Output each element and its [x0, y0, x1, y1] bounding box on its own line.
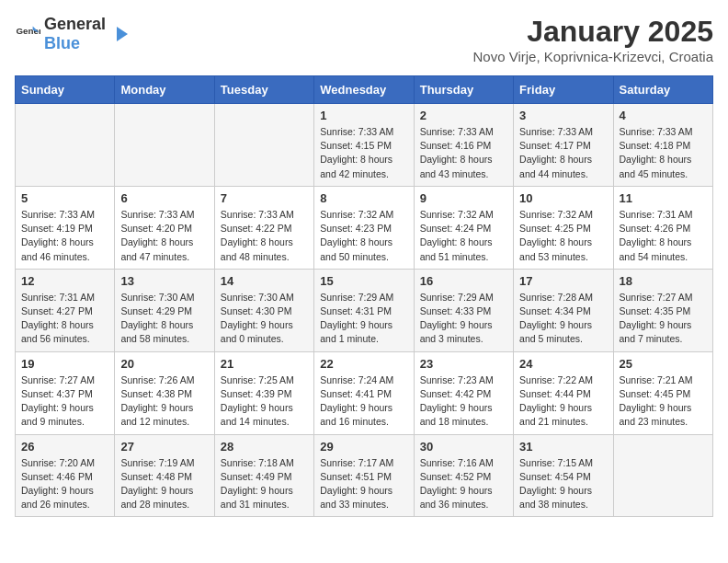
- calendar-cell: 23Sunrise: 7:23 AM Sunset: 4:42 PM Dayli…: [414, 351, 513, 434]
- day-info: Sunrise: 7:33 AM Sunset: 4:18 PM Dayligh…: [620, 125, 707, 181]
- day-number: 31: [519, 440, 607, 454]
- calendar-cell: 3Sunrise: 7:33 AM Sunset: 4:17 PM Daylig…: [514, 104, 613, 187]
- day-number: 30: [420, 440, 507, 454]
- day-number: 11: [620, 191, 707, 205]
- logo-icon: General: [15, 21, 40, 47]
- calendar-cell: 19Sunrise: 7:27 AM Sunset: 4:37 PM Dayli…: [16, 351, 115, 434]
- day-info: Sunrise: 7:16 AM Sunset: 4:52 PM Dayligh…: [420, 456, 507, 512]
- calendar-cell: 1Sunrise: 7:33 AM Sunset: 4:15 PM Daylig…: [314, 104, 414, 187]
- day-info: Sunrise: 7:27 AM Sunset: 4:35 PM Dayligh…: [620, 291, 707, 347]
- calendar-cell: 20Sunrise: 7:26 AM Sunset: 4:38 PM Dayli…: [115, 351, 214, 434]
- day-info: Sunrise: 7:25 AM Sunset: 4:39 PM Dayligh…: [221, 373, 308, 430]
- day-header-friday: Friday: [514, 76, 613, 104]
- calendar-cell: 5Sunrise: 7:33 AM Sunset: 4:19 PM Daylig…: [16, 186, 115, 269]
- day-info: Sunrise: 7:24 AM Sunset: 4:41 PM Dayligh…: [320, 373, 407, 430]
- calendar-cell: 27Sunrise: 7:19 AM Sunset: 4:48 PM Dayli…: [115, 434, 214, 517]
- day-info: Sunrise: 7:32 AM Sunset: 4:25 PM Dayligh…: [519, 208, 607, 264]
- logo-blue: Blue: [44, 34, 80, 52]
- day-info: Sunrise: 7:31 AM Sunset: 4:26 PM Dayligh…: [620, 208, 707, 264]
- day-info: Sunrise: 7:33 AM Sunset: 4:22 PM Dayligh…: [221, 208, 308, 264]
- logo-arrow-icon: [109, 23, 131, 45]
- week-row-2: 5Sunrise: 7:33 AM Sunset: 4:19 PM Daylig…: [16, 186, 713, 269]
- day-info: Sunrise: 7:27 AM Sunset: 4:37 PM Dayligh…: [21, 373, 108, 430]
- page-header: General General Blue January 2025 Novo V…: [15, 15, 713, 64]
- calendar-body: 1Sunrise: 7:33 AM Sunset: 4:15 PM Daylig…: [16, 104, 713, 517]
- svg-marker-1: [117, 27, 128, 41]
- day-info: Sunrise: 7:15 AM Sunset: 4:54 PM Dayligh…: [519, 456, 607, 512]
- day-info: Sunrise: 7:29 AM Sunset: 4:33 PM Dayligh…: [420, 291, 507, 347]
- day-number: 12: [21, 274, 108, 288]
- day-number: 27: [120, 440, 208, 454]
- day-info: Sunrise: 7:26 AM Sunset: 4:38 PM Dayligh…: [120, 373, 208, 430]
- calendar-cell: [16, 104, 115, 187]
- day-info: Sunrise: 7:30 AM Sunset: 4:30 PM Dayligh…: [221, 291, 308, 347]
- calendar-cell: 24Sunrise: 7:22 AM Sunset: 4:44 PM Dayli…: [514, 351, 613, 434]
- day-number: 16: [420, 274, 507, 288]
- day-number: 17: [519, 274, 607, 288]
- calendar-cell: 17Sunrise: 7:28 AM Sunset: 4:34 PM Dayli…: [514, 269, 613, 351]
- day-info: Sunrise: 7:29 AM Sunset: 4:31 PM Dayligh…: [320, 291, 407, 347]
- location: Novo Virje, Koprivnica-Krizevci, Croatia: [473, 49, 713, 64]
- day-info: Sunrise: 7:18 AM Sunset: 4:49 PM Dayligh…: [221, 456, 308, 512]
- title-area: January 2025 Novo Virje, Koprivnica-Kriz…: [473, 15, 713, 64]
- day-number: 9: [420, 191, 507, 205]
- day-header-monday: Monday: [115, 76, 214, 104]
- calendar-cell: 8Sunrise: 7:32 AM Sunset: 4:23 PM Daylig…: [314, 186, 414, 269]
- calendar-cell: 21Sunrise: 7:25 AM Sunset: 4:39 PM Dayli…: [214, 351, 313, 434]
- day-header-saturday: Saturday: [613, 76, 712, 104]
- calendar-cell: 9Sunrise: 7:32 AM Sunset: 4:24 PM Daylig…: [414, 186, 513, 269]
- day-info: Sunrise: 7:23 AM Sunset: 4:42 PM Dayligh…: [420, 373, 507, 430]
- logo: General General Blue: [15, 15, 131, 53]
- day-info: Sunrise: 7:33 AM Sunset: 4:17 PM Dayligh…: [519, 125, 607, 181]
- day-number: 29: [320, 440, 407, 454]
- calendar-cell: [214, 104, 313, 187]
- day-header-tuesday: Tuesday: [214, 76, 313, 104]
- day-header-thursday: Thursday: [414, 76, 513, 104]
- day-info: Sunrise: 7:21 AM Sunset: 4:45 PM Dayligh…: [620, 373, 707, 430]
- day-info: Sunrise: 7:33 AM Sunset: 4:15 PM Dayligh…: [320, 125, 407, 181]
- day-number: 13: [120, 274, 208, 288]
- calendar-cell: 11Sunrise: 7:31 AM Sunset: 4:26 PM Dayli…: [613, 186, 712, 269]
- calendar-cell: 26Sunrise: 7:20 AM Sunset: 4:46 PM Dayli…: [16, 434, 115, 517]
- day-number: 23: [420, 357, 507, 371]
- day-info: Sunrise: 7:31 AM Sunset: 4:27 PM Dayligh…: [21, 291, 108, 347]
- day-info: Sunrise: 7:32 AM Sunset: 4:24 PM Dayligh…: [420, 208, 507, 264]
- calendar-cell: 15Sunrise: 7:29 AM Sunset: 4:31 PM Dayli…: [314, 269, 414, 351]
- day-number: 21: [221, 357, 308, 371]
- calendar-header: SundayMondayTuesdayWednesdayThursdayFrid…: [16, 76, 713, 104]
- day-number: 10: [519, 191, 607, 205]
- calendar-cell: 28Sunrise: 7:18 AM Sunset: 4:49 PM Dayli…: [214, 434, 313, 517]
- day-number: 3: [519, 109, 607, 122]
- calendar-cell: [115, 104, 214, 187]
- day-number: 20: [120, 357, 208, 371]
- day-number: 2: [420, 109, 507, 122]
- day-number: 22: [320, 357, 407, 371]
- day-number: 24: [519, 357, 607, 371]
- calendar-cell: 29Sunrise: 7:17 AM Sunset: 4:51 PM Dayli…: [314, 434, 414, 517]
- week-row-1: 1Sunrise: 7:33 AM Sunset: 4:15 PM Daylig…: [16, 104, 713, 187]
- day-number: 26: [21, 440, 108, 454]
- day-info: Sunrise: 7:33 AM Sunset: 4:16 PM Dayligh…: [420, 125, 507, 181]
- day-info: Sunrise: 7:17 AM Sunset: 4:51 PM Dayligh…: [320, 456, 407, 512]
- month-title: January 2025: [473, 15, 713, 49]
- calendar-cell: 4Sunrise: 7:33 AM Sunset: 4:18 PM Daylig…: [613, 104, 712, 187]
- days-of-week-row: SundayMondayTuesdayWednesdayThursdayFrid…: [16, 76, 713, 104]
- day-number: 25: [620, 357, 707, 371]
- calendar-cell: 30Sunrise: 7:16 AM Sunset: 4:52 PM Dayli…: [414, 434, 513, 517]
- week-row-4: 19Sunrise: 7:27 AM Sunset: 4:37 PM Dayli…: [16, 351, 713, 434]
- day-info: Sunrise: 7:28 AM Sunset: 4:34 PM Dayligh…: [519, 291, 607, 347]
- logo-general: General: [44, 15, 106, 33]
- day-number: 8: [320, 191, 407, 205]
- calendar-cell: 12Sunrise: 7:31 AM Sunset: 4:27 PM Dayli…: [16, 269, 115, 351]
- day-info: Sunrise: 7:32 AM Sunset: 4:23 PM Dayligh…: [320, 208, 407, 264]
- day-number: 7: [221, 191, 308, 205]
- day-number: 14: [221, 274, 308, 288]
- week-row-5: 26Sunrise: 7:20 AM Sunset: 4:46 PM Dayli…: [16, 434, 713, 517]
- day-info: Sunrise: 7:33 AM Sunset: 4:20 PM Dayligh…: [120, 208, 208, 264]
- day-header-wednesday: Wednesday: [314, 76, 414, 104]
- day-info: Sunrise: 7:20 AM Sunset: 4:46 PM Dayligh…: [21, 456, 108, 512]
- day-info: Sunrise: 7:19 AM Sunset: 4:48 PM Dayligh…: [120, 456, 208, 512]
- calendar-cell: 25Sunrise: 7:21 AM Sunset: 4:45 PM Dayli…: [613, 351, 712, 434]
- calendar-cell: 6Sunrise: 7:33 AM Sunset: 4:20 PM Daylig…: [115, 186, 214, 269]
- calendar-table: SundayMondayTuesdayWednesdayThursdayFrid…: [15, 75, 713, 517]
